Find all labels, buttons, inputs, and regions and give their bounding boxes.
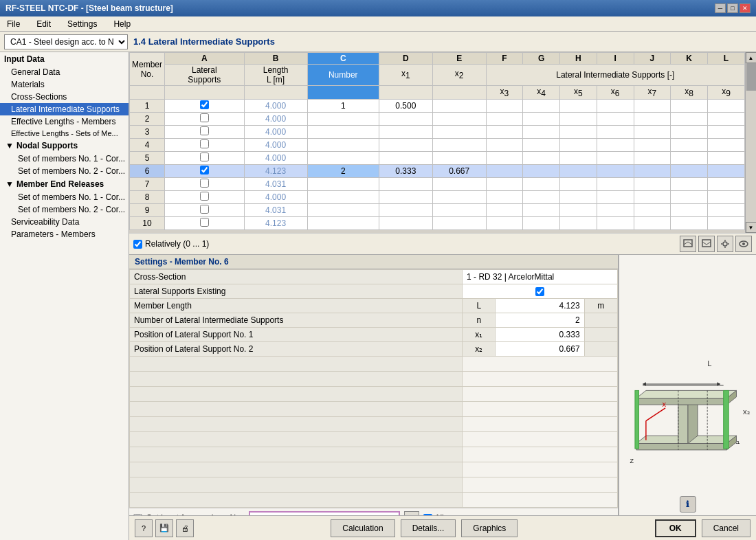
cell-x6[interactable] bbox=[597, 165, 634, 178]
cell-x4[interactable] bbox=[523, 139, 560, 152]
cell-x2[interactable] bbox=[432, 126, 486, 139]
cell-x3[interactable] bbox=[486, 165, 523, 178]
cell-checkbox[interactable] bbox=[165, 191, 245, 204]
cell-x7[interactable] bbox=[634, 178, 671, 191]
cell-x5[interactable] bbox=[560, 152, 597, 165]
cell-x3[interactable] bbox=[486, 204, 523, 217]
scroll-down-button[interactable]: ▼ bbox=[746, 222, 757, 233]
cell-x5[interactable] bbox=[560, 165, 597, 178]
cell-x6[interactable] bbox=[597, 139, 634, 152]
cell-x6[interactable] bbox=[597, 113, 634, 126]
help-icon-btn[interactable]: ? bbox=[135, 519, 153, 537]
cell-x5[interactable] bbox=[560, 100, 597, 113]
cell-number[interactable] bbox=[307, 204, 379, 217]
cell-number[interactable] bbox=[307, 113, 379, 126]
cell-x2[interactable]: 0.667 bbox=[432, 165, 486, 178]
cell-checkbox[interactable] bbox=[165, 100, 245, 113]
lateral-support-checkbox[interactable] bbox=[200, 126, 209, 135]
print-icon-btn[interactable]: 🖨 bbox=[176, 519, 194, 537]
nav-effective-lengths-sets[interactable]: Effective Lengths - Sets of Me... bbox=[0, 128, 129, 139]
cell-x4[interactable] bbox=[523, 217, 560, 230]
cell-x2[interactable] bbox=[432, 152, 486, 165]
table-row[interactable]: 84.000 bbox=[130, 191, 745, 204]
menu-help[interactable]: Help bbox=[109, 18, 135, 30]
cell-x4[interactable] bbox=[523, 165, 560, 178]
cell-x1[interactable] bbox=[379, 113, 432, 126]
graphics-button[interactable]: Graphics bbox=[461, 519, 518, 537]
cell-x3[interactable] bbox=[486, 178, 523, 191]
cell-x9[interactable] bbox=[708, 191, 745, 204]
scroll-thumb[interactable] bbox=[746, 63, 756, 91]
lateral-support-checkbox[interactable] bbox=[200, 139, 209, 148]
lateral-support-checkbox[interactable] bbox=[200, 153, 209, 161]
cell-x9[interactable] bbox=[708, 113, 745, 126]
cell-x1[interactable] bbox=[379, 139, 432, 152]
export-icon-btn[interactable] bbox=[680, 236, 696, 252]
nav-serviceability[interactable]: Serviceability Data bbox=[0, 216, 129, 228]
cell-x9[interactable] bbox=[708, 139, 745, 152]
import-icon-btn[interactable] bbox=[698, 236, 715, 252]
nav-cross-sections[interactable]: Cross-Sections bbox=[0, 91, 129, 103]
cell-x3[interactable] bbox=[486, 191, 523, 204]
cell-x9[interactable] bbox=[708, 178, 745, 191]
cell-x9[interactable] bbox=[708, 126, 745, 139]
cell-x1[interactable] bbox=[379, 152, 432, 165]
ok-button[interactable]: OK bbox=[655, 519, 696, 537]
settings-icon-btn[interactable] bbox=[717, 236, 733, 252]
table-row[interactable]: 24.000 bbox=[130, 113, 745, 126]
cell-x8[interactable] bbox=[671, 217, 708, 230]
cell-x7[interactable] bbox=[634, 191, 671, 204]
cell-checkbox[interactable] bbox=[165, 152, 245, 165]
cell-x2[interactable] bbox=[432, 100, 486, 113]
cell-x7[interactable] bbox=[634, 165, 671, 178]
cell-checkbox[interactable] bbox=[165, 139, 245, 152]
cell-x5[interactable] bbox=[560, 204, 597, 217]
cancel-button[interactable]: Cancel bbox=[702, 519, 751, 537]
cell-x4[interactable] bbox=[523, 204, 560, 217]
cell-x5[interactable] bbox=[560, 139, 597, 152]
menu-edit[interactable]: Edit bbox=[32, 18, 55, 30]
cell-x3[interactable] bbox=[486, 126, 523, 139]
cell-x2[interactable] bbox=[432, 113, 486, 126]
relatively-checkbox[interactable] bbox=[133, 240, 142, 249]
nav-member-set1[interactable]: Set of members No. 1 - Cor... bbox=[0, 191, 129, 203]
calculation-button[interactable]: Calculation bbox=[331, 519, 394, 537]
menu-settings[interactable]: Settings bbox=[63, 18, 101, 30]
cell-x9[interactable] bbox=[708, 152, 745, 165]
cell-x6[interactable] bbox=[597, 191, 634, 204]
cell-checkbox[interactable] bbox=[165, 126, 245, 139]
lateral-support-checkbox[interactable] bbox=[200, 179, 209, 188]
cell-x7[interactable] bbox=[634, 217, 671, 230]
cell-number[interactable] bbox=[307, 191, 379, 204]
cell-checkbox[interactable] bbox=[165, 204, 245, 217]
nav-nodal-supports-group[interactable]: ▼ Nodal Supports bbox=[0, 139, 129, 153]
cell-x8[interactable] bbox=[671, 139, 708, 152]
cell-x8[interactable] bbox=[671, 100, 708, 113]
cell-x8[interactable] bbox=[671, 113, 708, 126]
cell-x1[interactable] bbox=[379, 191, 432, 204]
cell-x1[interactable] bbox=[379, 178, 432, 191]
close-button[interactable]: ✕ bbox=[740, 3, 751, 13]
cell-x3[interactable] bbox=[486, 139, 523, 152]
lateral-support-checkbox[interactable] bbox=[200, 218, 209, 227]
cell-x4[interactable] bbox=[523, 152, 560, 165]
cell-x4[interactable] bbox=[523, 126, 560, 139]
cell-x3[interactable] bbox=[486, 217, 523, 230]
cell-x6[interactable] bbox=[597, 100, 634, 113]
cell-x8[interactable] bbox=[671, 152, 708, 165]
cell-x7[interactable] bbox=[634, 100, 671, 113]
cell-checkbox[interactable] bbox=[165, 178, 245, 191]
vertical-scrollbar[interactable]: ▲ ▼ bbox=[745, 52, 756, 233]
lateral-support-checkbox[interactable] bbox=[200, 113, 209, 122]
details-button[interactable]: Details... bbox=[401, 519, 456, 537]
cell-x3[interactable] bbox=[486, 100, 523, 113]
cell-x8[interactable] bbox=[671, 126, 708, 139]
cell-x4[interactable] bbox=[523, 100, 560, 113]
lateral-support-checkbox[interactable] bbox=[200, 205, 209, 214]
view-icon-btn[interactable] bbox=[735, 236, 752, 252]
cell-x3[interactable] bbox=[486, 152, 523, 165]
table-row[interactable]: 64.12320.3330.667 bbox=[130, 165, 745, 178]
lateral-support-checkbox[interactable] bbox=[200, 192, 209, 201]
cell-x8[interactable] bbox=[671, 165, 708, 178]
table-row[interactable]: 74.031 bbox=[130, 178, 745, 191]
